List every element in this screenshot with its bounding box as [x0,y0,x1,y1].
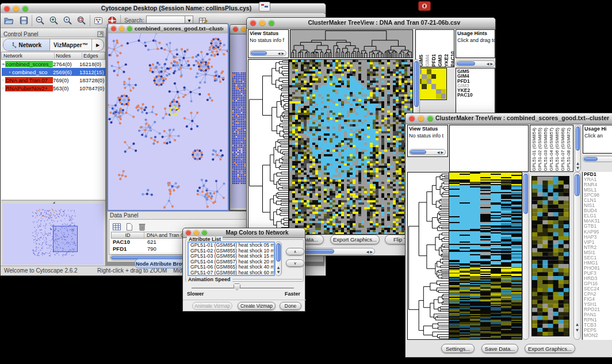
delete-attribute-trash-icon[interactable] [136,221,148,232]
tv1-col-dendrogram[interactable] [290,30,412,58]
tv2-column-labels: GPL51-01 (GSM854)GPL51-02 (GSM855)GPL51-… [530,125,573,172]
tab-network[interactable]: Network [3,39,50,51]
minimize-button[interactable] [241,26,246,32]
birdseye-canvas[interactable] [3,204,104,265]
tv2-usage-hints-line: Click an [583,133,612,139]
zoom-button[interactable] [22,6,28,12]
zoom-button[interactable] [427,116,433,121]
table-grid-icon[interactable] [111,221,123,232]
minimize-button[interactable] [194,230,199,235]
matrix-cell [441,69,446,74]
tv1-column-label[interactable]: GIM3 [437,55,443,67]
tv2-export-graphics-button[interactable]: Export Graphics... [525,344,575,353]
main-titlebar[interactable]: Cytoscape Desktop (Session Name: collins… [1,3,326,14]
tv2-col-dendrogram-area[interactable] [449,125,529,172]
zoom-button[interactable] [269,20,274,26]
minimize-button[interactable] [119,26,124,31]
tv1-column-label[interactable]: PAC10 [450,51,454,67]
tv2-column-label[interactable]: GPL51-02 (GSM855) [537,128,543,171]
network-row-selected[interactable]: combined_sco 2569(6) 13112(15) [2,68,106,76]
attribute-item[interactable]: GPL51-07 (GSM868) heat shock 60 min [189,270,274,276]
tv2-column-label[interactable]: GPL51-06 (GSM865) [554,128,560,171]
network-row[interactable]: combined_scores_ 2764(0) 16218(0) [2,60,106,68]
treeview1-titlebar[interactable]: ClusterMaker TreeView : DNA and Tran 07-… [247,18,495,29]
tv2-heatmap[interactable] [449,173,522,339]
minimize-button[interactable] [259,20,265,26]
tv2-column-label[interactable]: GPL51-08 (GSM872) [566,128,572,171]
minimize-button[interactable] [418,116,424,121]
tv1-hints-scrollbar[interactable]: ◀ ▶ [456,60,495,67]
file-icon [9,69,10,75]
matrix-cell [422,89,426,94]
move-up-button[interactable]: ∧ [286,248,304,255]
tv1-export-graphics-button[interactable]: Export Graphics... [330,235,380,244]
zoom-in-icon[interactable] [48,15,60,26]
close-button[interactable] [233,26,238,32]
done-button[interactable]: Done [280,302,301,310]
folder-icon [2,61,5,67]
tab-vizmapper[interactable]: VizMapper™ [50,39,92,51]
close-button[interactable] [250,20,256,26]
tv2-column-label[interactable]: GPL51-07 (GSM868) [560,128,566,171]
tab-node-attribute-browser[interactable]: Node Attribute Brows [135,259,190,269]
animation-slider-track[interactable] [192,288,294,289]
network-row[interactable]: DNA and Tran 07 769(0) 183728(0) [2,76,106,84]
save-session-icon[interactable] [18,15,29,26]
tv1-gene-item[interactable]: PAC10 [456,93,495,97]
open-session-icon[interactable] [3,15,14,26]
tv2-gene-item[interactable]: MON2 [583,333,612,338]
zoom-fit-icon[interactable] [76,15,87,26]
tv2-zoom-heatmap[interactable] [532,177,569,336]
tv1-row-dendrogram[interactable] [248,60,288,233]
create-vizmap-button[interactable]: Create Vizmap [238,302,276,310]
zoom-out-icon[interactable] [35,15,46,26]
treeview2-titlebar[interactable]: ClusterMaker TreeView : combined_scores_… [406,113,612,124]
tv2-row-dendrogram[interactable] [408,173,449,339]
file-icon [2,85,4,91]
network1-titlebar[interactable]: combined_scores_good.txt--cluste... [108,24,228,34]
tv2-settings-button[interactable]: Settings... [441,344,475,353]
tv1-column-label[interactable]: PFD1 [431,54,437,67]
control-panel-header: Control Panel [1,28,106,37]
close-button[interactable] [186,230,191,235]
desktop-icon-light[interactable] [259,2,270,12]
move-down-button[interactable]: ∨ [286,259,304,267]
treeview2-title: ClusterMaker TreeView : combined_scores_… [435,114,609,121]
tv2-status-scrollbar[interactable]: ◀ ▶ [409,149,446,155]
network-table-header: Network Nodes Edges [1,52,105,60]
animate-vizmap-button[interactable]: Animate Vizmap [192,302,232,310]
tv2-column-label[interactable]: GPL51-03 (GSM856) [543,128,549,171]
close-button[interactable] [409,116,415,121]
tv1-heatmap[interactable] [289,60,412,234]
minimize-button[interactable] [13,6,19,12]
zoom-selected-region-icon[interactable] [62,15,74,26]
tv2-column-label[interactable]: GPL51-04 (GSM857) [549,128,554,171]
new-attribute-icon[interactable] [124,221,135,232]
status-welcome: Welcome to Cytoscape 2.6.2 [4,267,78,274]
tv1-column-label[interactable]: GIM4 [424,55,431,67]
zoom-button[interactable] [127,26,132,31]
attribute-list-vscrollbar[interactable]: ▲ ▼ [275,242,282,276]
network-row[interactable]: RNAPuberNov2+ 563(0) 107847(0) [2,84,106,92]
tv2-column-label[interactable]: GPL51-01 (GSM854) [531,128,537,171]
tv2-save-data-button[interactable]: Save Data... [481,344,518,353]
desktop-icon-red[interactable] [418,1,431,11]
close-button[interactable] [111,26,116,31]
vizmapper-icon[interactable] [93,15,104,26]
matrix-cell [431,74,436,79]
tv2-heatmap-vscrollbar[interactable] [522,172,529,340]
tv2-hints-scrollbar[interactable] [583,156,612,162]
desktop: Cytoscape Desktop (Session Name: collins… [0,0,612,364]
tv1-column-label[interactable]: YKE2 [443,54,450,67]
matrix-cell [436,69,441,74]
tab-overflow-arrow[interactable]: ▶ [92,39,104,51]
zoom-button[interactable] [202,230,207,235]
tv1-status-scrollbar[interactable]: ◀ ▶ [250,50,286,56]
tv2-genes-vscrollbar[interactable]: ▲ ▼ [573,172,581,340]
matrix-cell [422,84,426,89]
tv1-similarity-matrix[interactable] [417,69,446,99]
tv2-labels-vscrollbar[interactable]: ▲ ▼ [575,125,581,172]
network1-canvas[interactable] [108,33,228,210]
close-button[interactable] [4,6,10,12]
tv1-view-status: View Status No status info f ◀ ▶ [248,29,289,58]
